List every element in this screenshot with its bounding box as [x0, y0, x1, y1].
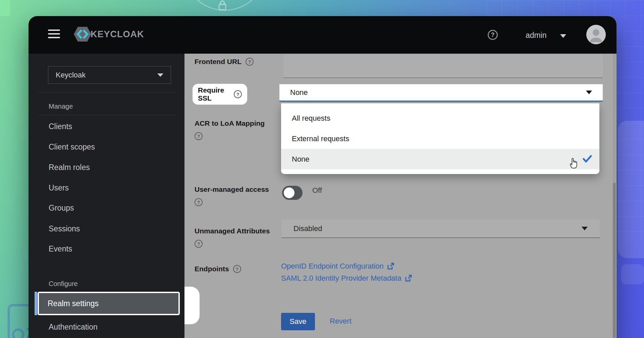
- sidebar-item-sessions[interactable]: Sessions: [49, 224, 80, 234]
- sidebar-item-events[interactable]: Events: [49, 244, 72, 254]
- realm-selector-value: Keycloak: [56, 71, 86, 79]
- option-all-requests[interactable]: All requests: [281, 108, 599, 128]
- brand-text: KEYCLOAK: [91, 29, 144, 40]
- chevron-down-icon[interactable]: [560, 34, 566, 38]
- desktop-background: KEYCLOAK ? admin Keycloak M: [0, 0, 644, 338]
- question-icon[interactable]: ?: [233, 265, 241, 273]
- external-link-icon: [387, 263, 394, 270]
- external-link-icon: [405, 275, 412, 282]
- revert-button[interactable]: Revert: [330, 317, 352, 326]
- toggle-state-text: Off: [312, 186, 322, 195]
- hamburger-menu-icon[interactable]: [48, 30, 60, 40]
- openid-endpoint-link[interactable]: OpenID Endpoint Configuration: [281, 262, 394, 271]
- divider: [38, 92, 175, 93]
- realm-selector[interactable]: Keycloak: [48, 66, 171, 84]
- sidebar: Keycloak Manage Clients Client scopes Re…: [29, 54, 184, 338]
- frontend-url-label: Frontend URL ?: [195, 58, 254, 66]
- sidebar-item-label: Realm settings: [48, 299, 99, 308]
- background-circle-shape: [183, 0, 267, 11]
- sidebar-item-clients[interactable]: Clients: [49, 121, 72, 131]
- keycloak-logo: KEYCLOAK: [73, 26, 144, 42]
- chevron-down-icon: [586, 91, 592, 94]
- background-card-shape: [618, 121, 644, 258]
- save-button[interactable]: Save: [281, 313, 315, 330]
- question-icon[interactable]: ?: [195, 198, 203, 206]
- acr-to-loa-label: ACR to LoA Mapping ?: [195, 119, 282, 140]
- frontend-url-input[interactable]: [283, 55, 603, 78]
- user-managed-access-toggle[interactable]: [282, 186, 303, 200]
- question-icon[interactable]: ?: [246, 58, 254, 66]
- require-ssl-select[interactable]: None: [279, 84, 603, 102]
- require-ssl-dropdown-menu: All requests External requests None: [281, 103, 599, 174]
- toggle-knob: [284, 187, 294, 198]
- sidebar-item-realm-roles[interactable]: Realm roles: [49, 162, 90, 172]
- require-ssl-value: None: [290, 88, 308, 97]
- sidebar-item-authentication[interactable]: Authentication: [49, 322, 98, 332]
- saml-metadata-link[interactable]: SAML 2.0 Identity Provider Metadata: [281, 274, 412, 283]
- chevron-down-icon: [157, 73, 163, 77]
- unmanaged-attributes-select[interactable]: Disabled: [281, 220, 600, 238]
- option-external-requests[interactable]: External requests: [281, 128, 599, 149]
- option-none[interactable]: None: [281, 149, 599, 169]
- highlight-annotation: [182, 287, 200, 324]
- question-icon[interactable]: ?: [195, 240, 203, 248]
- background-green-patch: [0, 0, 10, 16]
- endpoints-label: Endpoints ?: [195, 265, 241, 273]
- keycloak-hexagon-icon: [73, 26, 92, 43]
- username-menu[interactable]: admin: [526, 31, 547, 40]
- unmanaged-attributes-label: Unmanaged Attributes ?: [195, 227, 282, 248]
- nav-section-manage: Manage: [49, 103, 73, 110]
- sidebar-item-client-scopes[interactable]: Client scopes: [49, 142, 95, 152]
- question-icon[interactable]: ?: [234, 90, 242, 98]
- nav-section-configure: Configure: [49, 280, 78, 288]
- user-managed-access-label: User-managed access ?: [195, 185, 282, 206]
- sidebar-item-users[interactable]: Users: [49, 183, 69, 193]
- chevron-down-icon: [582, 227, 588, 230]
- active-item-indicator: [35, 292, 37, 315]
- top-navbar: KEYCLOAK ? admin: [29, 16, 616, 54]
- require-ssl-label-highlight: Require SSL ?: [193, 84, 247, 105]
- scrollbar-thumb[interactable]: [613, 183, 616, 338]
- check-icon: [583, 155, 592, 163]
- keycloak-admin-window: KEYCLOAK ? admin Keycloak M: [29, 16, 616, 338]
- background-card-shape-small: [621, 264, 644, 284]
- avatar[interactable]: [586, 25, 606, 44]
- sidebar-item-realm-settings[interactable]: Realm settings: [38, 292, 180, 315]
- divider: [38, 115, 175, 115]
- sidebar-item-groups[interactable]: Groups: [49, 203, 74, 213]
- unmanaged-attributes-value: Disabled: [293, 224, 322, 233]
- help-icon[interactable]: ?: [488, 30, 498, 40]
- question-icon[interactable]: ?: [195, 132, 203, 140]
